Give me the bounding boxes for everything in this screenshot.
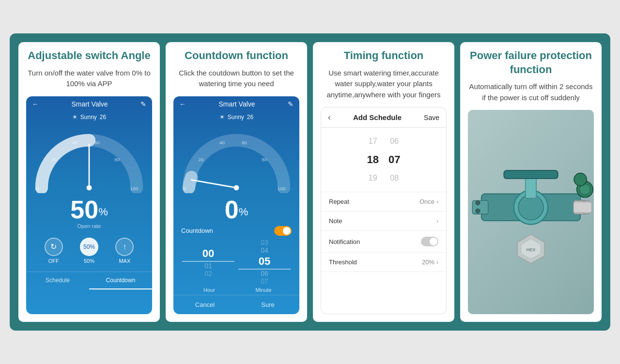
edit-icon[interactable]: ✎ — [140, 100, 146, 108]
threshold-chevron-icon: › — [436, 259, 438, 266]
threshold-row[interactable]: Threshold 20% › — [321, 253, 446, 272]
min-prev2: 03 — [261, 239, 268, 246]
mid-btn-circle: 50% — [80, 238, 98, 256]
svg-text:0: 0 — [184, 186, 186, 191]
mid-button[interactable]: 50% 50% — [80, 238, 98, 264]
note-row[interactable]: Note › — [321, 212, 446, 231]
percentage2-value: 0 — [225, 196, 239, 224]
schedule-screen: ‹ Add Schedule Save 17 18 19 06 07 08 Re… — [321, 107, 447, 314]
main-container: Adjustable switch Angle Turn on/off the … — [10, 33, 610, 330]
threshold-label: Threshold — [329, 258, 357, 266]
svg-text:60: 60 — [94, 140, 100, 145]
back-icon[interactable]: ← — [32, 100, 39, 108]
nav-schedule[interactable]: Schedule — [26, 272, 89, 289]
notification-row[interactable]: Notification — [321, 231, 446, 253]
svg-point-33 — [574, 173, 587, 186]
svg-text:80: 80 — [114, 157, 120, 162]
note-chevron: › — [436, 218, 438, 225]
hour-scroll-cur: 18 — [367, 149, 379, 170]
max-btn-circle: ↑ — [115, 238, 134, 256]
nav-countdown[interactable]: Countdown — [89, 272, 152, 289]
sched-back-icon[interactable]: ‹ — [328, 112, 331, 122]
repeat-chevron-icon: › — [436, 198, 438, 205]
svg-point-15 — [234, 185, 239, 190]
valve-svg: HEX — [468, 110, 594, 314]
min-scroll-next: 08 — [390, 170, 399, 186]
edit2-icon[interactable]: ✎ — [288, 100, 294, 108]
phone-action-row: Cancel Sure — [173, 295, 299, 314]
countdown-toggle-row: Countdown — [173, 223, 299, 239]
svg-text:40: 40 — [219, 140, 225, 145]
svg-text:60: 60 — [242, 140, 247, 145]
svg-rect-21 — [526, 176, 536, 198]
svg-text:0: 0 — [36, 186, 39, 191]
off-label: OFF — [48, 258, 59, 264]
card2-phone: ← Smart Valve ✎ ☀ Sunny 26 0 20 40 60 80 — [173, 96, 299, 314]
card1-phone: ← Smart Valve ✎ ☀ Sunny 26 — [26, 96, 152, 314]
weather2-temp: 26 — [247, 114, 253, 121]
note-label: Note — [329, 217, 342, 225]
svg-point-7 — [87, 185, 92, 190]
min-scroll-cur: 07 — [388, 149, 400, 170]
sched-header: ‹ Add Schedule Save — [321, 107, 446, 128]
gauge2-svg: 0 20 40 60 80 100 — [178, 124, 294, 193]
time-picker: 00 01 02 03 04 05 06 07 — [177, 239, 295, 285]
phone2-header: ← Smart Valve ✎ — [173, 96, 299, 112]
min-next: 06 — [261, 270, 268, 277]
svg-point-24 — [476, 209, 480, 213]
back2-icon[interactable]: ← — [179, 100, 186, 108]
phone-title: Smart Valve — [39, 100, 140, 108]
min-prev: 04 — [261, 246, 268, 254]
valve-image-container: HEX — [468, 110, 594, 314]
weather2-row: ☀ Sunny 26 — [173, 112, 299, 124]
repeat-value: Once › — [419, 198, 438, 205]
card4-title: Power failure protection function — [460, 42, 602, 81]
hour-next: 01 — [204, 262, 212, 270]
hour-label: Hour — [182, 287, 236, 293]
gauge-svg: 0 20 40 60 80 100 — [31, 124, 147, 193]
weather-text: Sunny — [80, 114, 97, 121]
minute-selected[interactable]: 05 — [238, 254, 291, 270]
max-label: MAX — [119, 258, 130, 264]
svg-text:HEX: HEX — [526, 248, 536, 253]
time-unit-labels: Hour Minute — [177, 285, 295, 295]
card-power-failure: Power failure protection function Automa… — [460, 42, 602, 321]
sched-save[interactable]: Save — [424, 114, 439, 121]
svg-rect-30 — [574, 202, 591, 213]
time-scroll: 17 18 19 06 07 08 — [321, 128, 446, 192]
hour-next2: 02 — [204, 270, 212, 277]
countdown-label: Countdown — [181, 227, 213, 234]
hour-selected[interactable]: 00 — [182, 246, 234, 262]
pct-symbol: % — [98, 205, 108, 217]
phone2-title: Smart Valve — [186, 100, 288, 108]
card2-subtitle: Click the coutdown button to set the wat… — [166, 68, 307, 96]
sched-title: Add Schedule — [353, 113, 402, 121]
repeat-label: Repeat — [329, 198, 349, 205]
percentage-display: 50% — [26, 193, 152, 223]
off-button[interactable]: ↻ OFF — [45, 238, 63, 264]
card-countdown: Countdown function Click the coutdown bu… — [166, 42, 307, 321]
open-rate-label: Open rate — [26, 223, 152, 234]
hour-scroll-next: 19 — [369, 170, 377, 186]
phone-header: ← Smart Valve ✎ — [26, 96, 152, 112]
notification-toggle[interactable] — [421, 237, 438, 246]
repeat-row[interactable]: Repeat Once › — [321, 192, 446, 212]
max-button[interactable]: ↑ MAX — [115, 238, 134, 264]
note-chevron-icon: › — [436, 218, 438, 225]
cancel-btn[interactable]: Cancel — [173, 295, 236, 314]
svg-text:100: 100 — [130, 186, 139, 191]
card1-subtitle: Turn on/off the water valve from 0% to 1… — [18, 68, 160, 96]
card3-subtitle: Use smart watering timer,accurate water … — [313, 68, 454, 107]
off-btn-circle: ↻ — [45, 238, 63, 256]
sure-btn[interactable]: Sure — [236, 295, 299, 314]
card2-title: Countdown function — [166, 42, 307, 68]
percentage2-display: 0% — [173, 193, 299, 223]
card-adjustable-angle: Adjustable switch Angle Turn on/off the … — [18, 42, 160, 321]
countdown-toggle[interactable] — [274, 226, 292, 236]
weather2-icon: ☀ — [219, 114, 225, 121]
card3-title: Timing function — [313, 42, 454, 68]
mid-label: 50% — [84, 258, 94, 264]
svg-line-14 — [191, 180, 236, 187]
svg-rect-17 — [472, 201, 488, 214]
pct2-symbol: % — [239, 205, 248, 217]
